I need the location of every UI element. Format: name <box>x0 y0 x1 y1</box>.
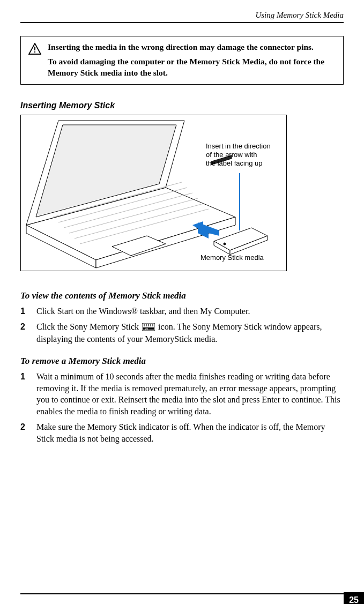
view-steps: 1 Click Start on the Windows® taskbar, a… <box>20 305 344 345</box>
view-step-1: 1 Click Start on the Windows® taskbar, a… <box>20 305 344 317</box>
caution-line-1: Inserting the media in the wrong directi… <box>48 42 336 53</box>
step-body: Click Start on the Windows® taskbar, and… <box>36 305 344 317</box>
step-number: 1 <box>20 305 28 317</box>
svg-rect-0 <box>34 47 35 50</box>
footer-rule <box>20 593 364 594</box>
caution-line-2: To avoid damaging the computer or the Me… <box>48 56 336 79</box>
caution-text: Inserting the media in the wrong directi… <box>48 42 336 79</box>
remove-steps: 1 Wait a minimum of 10 seconds after the… <box>20 371 344 445</box>
remove-step-2: 2 Make sure the Memory Stick indicator i… <box>20 421 344 444</box>
memory-stick-icon: MG <box>142 322 155 334</box>
figure-title: Inserting Memory Stick <box>20 101 344 110</box>
running-head: Using Memory Stick Media <box>20 11 344 20</box>
view-step-2: 2 Click the Sony Memory Stick MG icon. T… <box>20 321 344 345</box>
step2-pre: Click the Sony Memory Stick <box>36 322 141 331</box>
warning-icon <box>28 43 41 57</box>
svg-point-18 <box>224 243 226 245</box>
figure-inserting-memory-stick: Insert in the direction of the arrow wit… <box>20 115 287 271</box>
page-footer: 25 <box>20 593 364 594</box>
caution-box: Inserting the media in the wrong directi… <box>20 36 344 85</box>
view-section-title: To view the contents of Memory Stick med… <box>20 290 344 301</box>
step-body: Wait a minimum of 10 seconds after the m… <box>36 371 344 417</box>
figure-annotation-direction: Insert in the direction of the arrow wit… <box>206 142 271 168</box>
step-number: 1 <box>20 371 28 383</box>
svg-rect-1 <box>34 51 35 53</box>
svg-text:MG: MG <box>145 327 148 330</box>
step-number: 2 <box>20 321 28 333</box>
remove-section-title: To remove a Memory Stick media <box>20 356 344 367</box>
remove-step-1: 1 Wait a minimum of 10 seconds after the… <box>20 371 344 417</box>
figure-annotation-media: Memory Stick media <box>200 253 264 262</box>
header-rule <box>20 22 344 23</box>
step-number: 2 <box>20 421 28 433</box>
page-number: 25 <box>344 592 364 604</box>
step-body: Make sure the Memory Stick indicator is … <box>36 421 344 444</box>
step-body: Click the Sony Memory Stick MG icon. The… <box>36 321 344 345</box>
